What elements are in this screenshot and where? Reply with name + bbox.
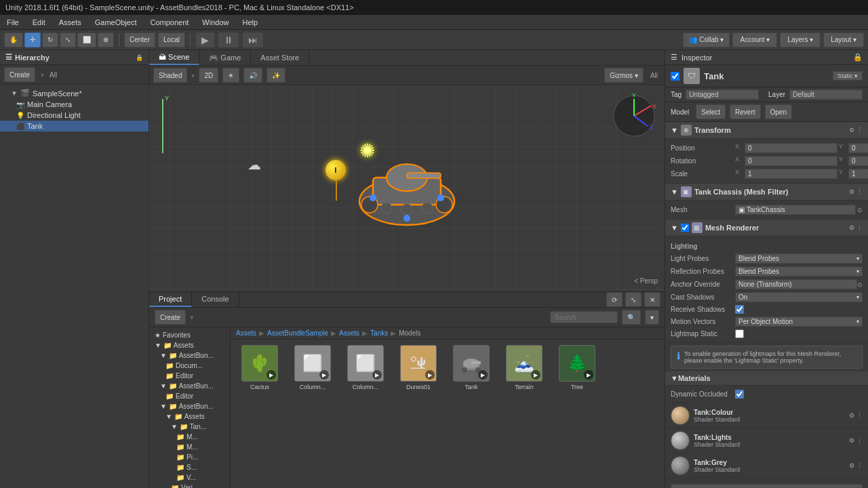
menu-edit[interactable]: Edit — [26, 17, 52, 28]
mat-settings-0[interactable]: ⚙ — [849, 412, 854, 419]
breadcrumb-tanks[interactable]: Tanks — [370, 329, 388, 337]
pause-button[interactable]: ⏸ — [218, 32, 239, 48]
meshrenderer-enabled-checkbox[interactable] — [681, 224, 689, 232]
mat-overflow-0[interactable]: ⋮ — [856, 412, 863, 419]
center-button[interactable]: Center — [124, 33, 155, 47]
breadcrumb-assetbundlesample[interactable]: AssetBundleSample — [267, 329, 328, 337]
scl-y-field[interactable] — [848, 169, 868, 179]
menu-file[interactable]: File — [0, 17, 26, 28]
asset-column1[interactable]: ⬜ ▶ Column... — [289, 345, 336, 390]
tree-item-directionallight[interactable]: 💡 Directional Light — [0, 110, 149, 121]
menu-help[interactable]: Help — [235, 17, 264, 28]
menu-assets[interactable]: Assets — [52, 17, 88, 28]
project-create-btn[interactable]: Create — [155, 310, 186, 325]
tab-game[interactable]: 🎮 Game — [199, 51, 251, 65]
model-revert-btn[interactable]: Revert — [730, 104, 760, 119]
tab-console[interactable]: Console — [192, 292, 239, 307]
anchor-override-field[interactable]: None (Transform) — [735, 279, 857, 289]
asset-cactus[interactable]: 🌵 ▶ Cactus — [236, 345, 283, 390]
material-item-2[interactable]: Tank:Grey Shader Standard ⚙ ⋮ — [665, 453, 868, 479]
sidebar-assets-root[interactable]: ▼ 📁 Assets — [149, 340, 230, 350]
play-button[interactable]: ▶ — [195, 32, 215, 48]
project-expand-btn[interactable]: ⤡ — [625, 292, 642, 307]
project-search-btn[interactable]: 🔍 — [622, 310, 641, 325]
meshrenderer-overflow-btn[interactable]: ⋮ — [856, 224, 863, 231]
2d-btn[interactable]: 2D — [199, 68, 218, 83]
transform-settings-btn[interactable]: ⚙ — [849, 127, 854, 134]
sidebar-editor-1[interactable]: 📁 Editor — [149, 371, 230, 381]
meshfilter-settings-btn[interactable]: ⚙ — [849, 188, 854, 195]
tool-hand[interactable]: ✋ — [4, 33, 23, 47]
audio-btn[interactable]: 🔊 — [243, 68, 262, 83]
mat-settings-2[interactable]: ⚙ — [849, 462, 854, 469]
asset-column2[interactable]: ⬜ ▶ Column... — [342, 345, 389, 390]
materials-header[interactable]: ▼ Materials — [665, 371, 868, 386]
mesh-renderer-header[interactable]: ▼ ▦ Mesh Renderer ⚙ ⋮ — [665, 220, 868, 237]
asset-terrain[interactable]: 🗻 ▶ Terrain — [500, 345, 548, 390]
sidebar-assetbun-3[interactable]: ▼ 📁 AssetBun... — [149, 401, 230, 411]
mat-settings-1[interactable]: ⚙ — [849, 437, 854, 444]
mat-overflow-1[interactable]: ⋮ — [856, 437, 863, 444]
tab-scene[interactable]: 🏔 Scene — [149, 50, 199, 65]
sidebar-favorites[interactable]: ★ Favorites — [149, 330, 230, 340]
menu-gameobject[interactable]: GameObject — [88, 17, 144, 28]
gizmos-btn[interactable]: Gizmos ▾ — [604, 68, 644, 83]
breadcrumb-assets[interactable]: Assets — [236, 329, 256, 337]
fx-btn[interactable]: ✨ — [267, 68, 285, 83]
sidebar-editor-2[interactable]: 📁 Editor — [149, 391, 230, 401]
sidebar-vari[interactable]: 📁 Vari... — [149, 483, 230, 488]
sidebar-assetbun-2[interactable]: ▼ 📁 AssetBun... — [149, 381, 230, 391]
rot-y-field[interactable] — [848, 156, 868, 166]
meshfilter-overflow-btn[interactable]: ⋮ — [856, 188, 863, 195]
layer-select[interactable]: Default — [789, 89, 863, 100]
project-filter-btn[interactable]: ▾ — [645, 310, 659, 325]
sidebar-m1[interactable]: 📁 M... — [149, 432, 230, 442]
scl-x-field[interactable] — [745, 169, 837, 179]
project-close-btn[interactable]: ✕ — [644, 292, 660, 307]
shading-mode-btn[interactable]: Shaded — [153, 68, 187, 83]
material-item-0[interactable]: Tank:Colour Shader Standard ⚙ ⋮ — [665, 403, 868, 428]
lighting-btn[interactable]: ☀ — [222, 68, 239, 83]
tree-item-samplescene[interactable]: ▼ 🎬 SampleScene* — [0, 87, 149, 99]
tree-item-maincamera[interactable]: 📷 Main Camera — [0, 99, 149, 110]
mesh-value-field[interactable]: ▣ TankChassis — [735, 205, 856, 215]
tag-select[interactable]: Untagged — [686, 89, 759, 100]
material-item-1[interactable]: Tank:Lights Shader Standard ⚙ ⋮ — [665, 428, 868, 453]
tool-move[interactable]: ✛ — [24, 33, 41, 47]
tool-rect[interactable]: ⬜ — [77, 33, 96, 47]
asset-tree[interactable]: 🌲 ▶ Tree — [553, 345, 601, 390]
hierarchy-lock[interactable]: 🔒 — [136, 54, 143, 61]
add-component-button[interactable]: Add Component — [671, 484, 863, 488]
lightmap-static-checkbox[interactable] — [735, 329, 744, 338]
layers-button[interactable]: Layers ▾ — [780, 33, 821, 47]
sidebar-s[interactable]: 📁 S... — [149, 462, 230, 472]
menu-component[interactable]: Component — [143, 17, 195, 28]
account-button[interactable]: Account ▾ — [732, 33, 777, 47]
project-sync-btn[interactable]: ⟳ — [606, 292, 623, 307]
menu-window[interactable]: Window — [195, 17, 235, 28]
tree-item-tank[interactable]: ⬛ Tank — [0, 121, 149, 131]
scene-view[interactable]: Y — [149, 85, 665, 291]
model-select-btn[interactable]: Select — [696, 104, 726, 119]
static-button[interactable]: Static ▾ — [833, 71, 863, 81]
transform-component-header[interactable]: ▼ ⊕ Transform ⚙ ⋮ — [665, 122, 868, 139]
light-probes-dropdown[interactable]: Blend Probes ▾ — [735, 253, 863, 264]
tool-transform[interactable]: ⊕ — [98, 33, 114, 47]
motion-vectors-dropdown[interactable]: Per Object Motion ▾ — [735, 317, 863, 327]
collab-button[interactable]: 👥 Collab ▾ — [683, 33, 730, 47]
meshrenderer-settings-btn[interactable]: ⚙ — [849, 224, 854, 231]
local-button[interactable]: Local — [158, 33, 185, 47]
sidebar-tanks[interactable]: ▼ 📁 Tan... — [149, 422, 230, 432]
mat-overflow-2[interactable]: ⋮ — [856, 462, 863, 469]
anchor-select-btn[interactable]: ⊙ — [857, 281, 863, 288]
sidebar-m2[interactable]: 📁 M... — [149, 442, 230, 452]
receive-shadows-checkbox[interactable] — [735, 305, 744, 314]
tab-asset-store[interactable]: Asset Store — [251, 51, 309, 64]
rot-x-field[interactable] — [745, 156, 837, 166]
inspector-lock[interactable]: 🔒 — [853, 53, 863, 62]
sidebar-v[interactable]: 📁 V... — [149, 472, 230, 483]
sidebar-assets-2[interactable]: ▼ 📁 Assets — [149, 411, 230, 422]
project-search-input[interactable] — [550, 311, 618, 323]
breadcrumb-assets2[interactable]: Assets — [339, 329, 359, 337]
hierarchy-all-btn[interactable]: All — [50, 71, 57, 79]
